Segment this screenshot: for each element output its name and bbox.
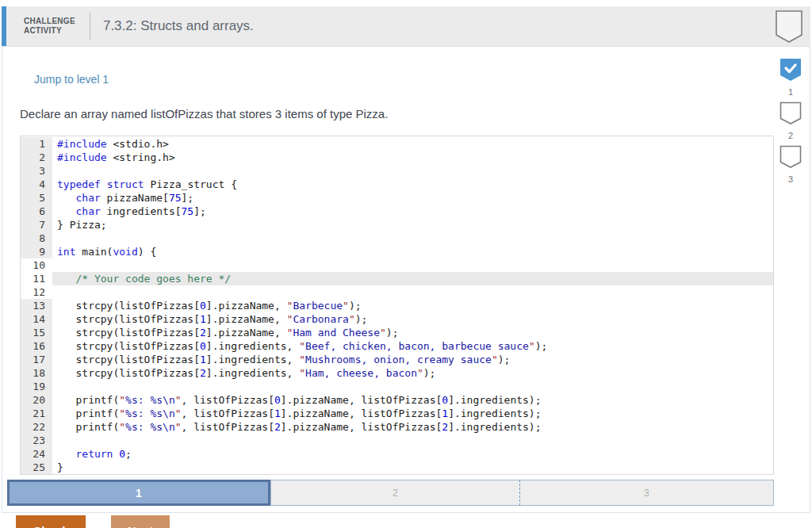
code-editor[interactable]: 1#include <stdio.h>2#include <string.h>3… [20,136,774,475]
code-line-13: 13 strcpy(listOfPizzas[0].pizzaName, "Ba… [21,299,773,312]
code-line-14: 14 strcpy(listOfPizzas[1].pizzaName, "Ca… [21,312,773,326]
line-number: 21 [21,407,52,420]
code-text: printf("%s: %s\n", listOfPizzas[1].pizza… [52,407,773,420]
code-line-1: 1#include <stdio.h> [21,137,773,151]
line-number: 4 [21,178,52,191]
bookmark-check-icon [779,58,802,85]
challenge-activity-badge: CHALLENGE ACTIVITY [24,17,75,36]
code-line-8: 8 [21,231,773,245]
page: CHALLENGE ACTIVITY 7.3.2: Structs and ar… [0,0,812,528]
line-number: 9 [21,245,52,258]
progress-segment-2: 2 [270,480,519,506]
code-text: strcpy(listOfPizzas[2].pizzaName, "Ham a… [52,326,773,339]
code-text: strcpy(listOfPizzas[1].pizzaName, "Carbo… [52,312,773,326]
line-number: 7 [21,218,52,231]
line-number: 6 [21,205,52,218]
code-text [52,164,773,178]
line-number: 17 [21,353,52,366]
code-line-15: 15 strcpy(listOfPizzas[2].pizzaName, "Ha… [21,326,773,339]
code-text: strcpy(listOfPizzas[0].pizzaName, "Barbe… [52,299,773,312]
challenge-activity-header: CHALLENGE ACTIVITY 7.3.2: Structs and ar… [2,6,810,46]
code-line-12[interactable]: 12 [21,285,773,299]
bookmark-outline-icon [779,145,802,172]
line-number: 2 [21,151,52,164]
code-line-7: 7} Pizza; [21,218,773,231]
line-number: 19 [21,380,52,393]
code-line-4: 4typedef struct Pizza_struct { [21,178,773,191]
bookmark-outline-icon [779,101,802,128]
code-line-19: 19 [21,380,773,393]
badge-line-2: ACTIVITY [24,26,75,36]
code-line-2: 2#include <string.h> [21,151,773,164]
bookmark-outline-icon [774,10,804,48]
level-progress-bar: 123 [7,480,774,506]
level-indicator-2: 2 [779,101,802,140]
code-text[interactable] [52,258,773,272]
badge-line-1: CHALLENGE [24,17,75,26]
line-number: 13 [21,299,52,312]
line-number: 11 [21,272,52,285]
line-number: 25 [21,461,52,474]
code-text: return 0; [52,447,773,461]
check-button[interactable]: Check [16,515,86,528]
code-line-20: 20 printf("%s: %s\n", listOfPizzas[0].pi… [21,393,773,407]
level-indicator-1: 1 [779,58,802,97]
line-number: 23 [21,434,52,447]
code-line-6: 6 char ingredients[75]; [21,205,773,218]
code-line-11[interactable]: 11 /* Your code goes here */ [21,272,773,285]
code-text [52,231,773,245]
code-text[interactable] [52,285,773,299]
code-line-25: 25} [21,461,773,474]
jump-to-level-link[interactable]: Jump to level 1 [34,73,109,86]
code-text: } Pizza; [52,218,773,231]
line-number: 8 [21,231,52,245]
code-text: #include <string.h> [52,151,773,164]
code-text: int main(void) { [52,245,773,258]
line-number: 12 [21,285,52,299]
code-text: } [52,461,773,474]
line-number: 3 [21,164,52,178]
line-number: 18 [21,366,52,380]
code-line-24: 24 return 0; [21,447,773,461]
code-text: typedef struct Pizza_struct { [52,178,773,191]
code-line-22: 22 printf("%s: %s\n", listOfPizzas[2].pi… [21,420,773,434]
code-line-16: 16 strcpy(listOfPizzas[0].ingredients, "… [21,339,773,353]
level-number: 3 [788,174,793,184]
code-text: printf("%s: %s\n", listOfPizzas[0].pizza… [52,393,773,407]
level-indicator-3: 3 [779,145,802,184]
line-number: 16 [21,339,52,353]
next-button[interactable]: Next [111,515,170,528]
line-number: 14 [21,312,52,326]
instruction-text: Declare an array named listOfPizzas that… [20,107,388,121]
line-number: 15 [21,326,52,339]
code-line-5: 5 char pizzaName[75]; [21,191,773,205]
code-line-23: 23 [21,434,773,447]
code-text [52,380,773,393]
line-number: 20 [21,393,52,407]
code-text: strcpy(listOfPizzas[2].ingredients, "Ham… [52,366,773,380]
code-line-18: 18 strcpy(listOfPizzas[2].ingredients, "… [21,366,773,380]
code-text: char ingredients[75]; [52,205,773,218]
line-number: 10 [21,258,52,272]
code-text: printf("%s: %s\n", listOfPizzas[2].pizza… [52,420,773,434]
code-text: #include <stdio.h> [52,137,773,151]
activity-title: 7.3.2: Structs and arrays. [103,18,254,34]
level-number: 2 [788,131,793,140]
line-number: 1 [21,137,52,151]
line-number: 5 [21,191,52,205]
code-text [52,434,773,447]
line-number: 24 [21,447,52,461]
level-number: 1 [788,87,793,97]
code-line-9: 9int main(void) { [21,245,773,258]
code-line-17: 17 strcpy(listOfPizzas[1].ingredients, "… [21,353,773,366]
activity-card: Jump to level 1 Declare an array named l… [2,46,810,513]
code-text: strcpy(listOfPizzas[1].ingredients, "Mus… [52,353,773,366]
code-text[interactable]: /* Your code goes here */ [52,272,773,285]
progress-segment-1: 1 [7,480,270,506]
code-text: char pizzaName[75]; [52,191,773,205]
progress-segment-3: 3 [519,480,774,506]
code-line-10[interactable]: 10 [21,258,773,272]
level-rail: 123 [776,58,806,189]
code-text: strcpy(listOfPizzas[0].ingredients, "Bee… [52,339,773,353]
line-number: 22 [21,420,52,434]
